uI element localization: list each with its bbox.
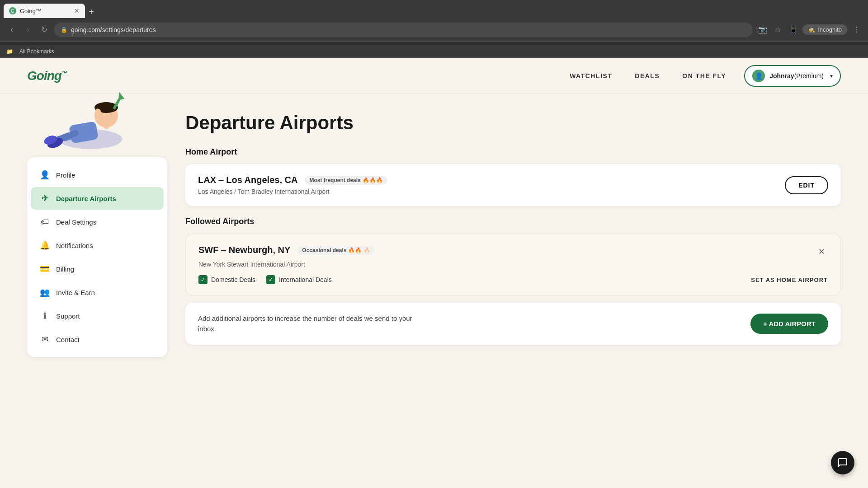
remove-followed-airport-button[interactable]: ✕ — [815, 245, 828, 258]
tab-close-button[interactable]: ✕ — [74, 7, 80, 14]
followed-airport-subtitle: New York Stewart International Airport — [198, 261, 828, 268]
followed-airport-main: SWF – Newburgh, NY Occasional deals 🔥🔥 🔥 — [198, 245, 375, 255]
reload-button[interactable]: ↻ — [38, 23, 51, 36]
sidebar-label-departure-airports: Departure Airports — [56, 195, 116, 202]
sidebar-item-departure-airports[interactable]: ✈ Departure Airports — [31, 187, 164, 210]
deal-settings-icon: 🏷 — [40, 217, 50, 227]
international-deals-checkbox[interactable]: ✓ International Deals — [266, 275, 332, 284]
sidebar-label-billing: Billing — [56, 265, 74, 273]
new-tab-button[interactable]: + — [85, 5, 98, 18]
sidebar-label-invite-earn: Invite & Earn — [56, 289, 95, 296]
sidebar-item-invite-earn[interactable]: 👥 Invite & Earn — [31, 281, 164, 304]
followed-card-header: SWF – Newburgh, NY Occasional deals 🔥🔥 🔥… — [198, 245, 828, 258]
international-checkbox-checked-icon: ✓ — [266, 275, 275, 284]
address-bar[interactable]: 🔒 going.com/settings/departures — [54, 23, 753, 37]
add-airport-description: Add additional airports to increase the … — [198, 314, 424, 334]
nav-watchlist[interactable]: WATCHLIST — [570, 72, 612, 80]
security-lock-icon: 🔒 — [61, 27, 67, 33]
add-airport-section: Add additional airports to increase the … — [185, 303, 841, 345]
fire-emoji: 🔥🔥🔥 — [363, 177, 383, 183]
nav-on-the-fly[interactable]: ON THE FLY — [682, 72, 726, 80]
edit-home-airport-button[interactable]: EDIT — [785, 176, 828, 194]
followed-fire-emoji: 🔥🔥 — [348, 247, 362, 253]
sidebar: 👤 Profile ✈ Departure Airports 🏷 Deal Se… — [27, 103, 167, 357]
billing-icon: 💳 — [40, 264, 50, 274]
sidebar-item-billing[interactable]: 💳 Billing — [31, 258, 164, 280]
chevron-down-icon: ▾ — [830, 73, 833, 79]
user-menu-button[interactable]: 👤 Johnray(Premium) ▾ — [744, 65, 841, 87]
forward-button[interactable]: › — [22, 23, 34, 36]
followed-airport-name: SWF – Newburgh, NY — [198, 245, 290, 255]
domestic-deals-label: Domestic Deals — [211, 276, 255, 283]
sidebar-menu: 👤 Profile ✈ Departure Airports 🏷 Deal Se… — [27, 157, 167, 357]
bookmarks-folder-icon: 📁 — [6, 48, 13, 55]
main-content: 👤 Profile ✈ Departure Airports 🏷 Deal Se… — [0, 103, 868, 357]
bookmark-icon[interactable]: ☆ — [772, 23, 784, 36]
url-text: going.com/settings/departures — [71, 26, 156, 33]
notifications-icon: 🔔 — [40, 240, 50, 250]
page-content: Departure Airports Home Airport LAX – Lo… — [185, 103, 841, 357]
back-button[interactable]: ‹ — [5, 23, 18, 36]
nav-links: WATCHLIST DEALS ON THE FLY — [570, 72, 726, 80]
user-name-label: Johnray(Premium) — [769, 72, 824, 80]
incognito-label: Incognito — [818, 26, 842, 33]
sidebar-item-support[interactable]: ℹ Support — [31, 305, 164, 327]
avatar: 👤 — [752, 70, 765, 82]
sidebar-item-notifications[interactable]: 🔔 Notifications — [31, 234, 164, 257]
chat-support-button[interactable] — [831, 451, 854, 474]
sidebar-label-profile: Profile — [56, 171, 75, 179]
incognito-indicator: 🕵 Incognito — [802, 24, 847, 35]
followed-card-actions: ✓ Domestic Deals ✓ International Deals S… — [198, 275, 828, 284]
tab-favicon: G — [9, 7, 16, 14]
sidebar-label-notifications: Notifications — [56, 242, 93, 249]
deal-checkboxes: ✓ Domestic Deals ✓ International Deals — [198, 275, 332, 284]
bookmarks-label[interactable]: All Bookmarks — [19, 48, 54, 55]
home-airport-section-title: Home Airport — [185, 147, 841, 157]
nav-deals[interactable]: DEALS — [635, 72, 660, 80]
home-airport-badge: Most frequent deals 🔥🔥🔥 — [305, 176, 387, 185]
home-airport-main: LAX – Los Angeles, CA Most frequent deal… — [198, 175, 387, 185]
sidebar-item-deal-settings[interactable]: 🏷 Deal Settings — [31, 211, 164, 233]
device-icon[interactable]: 📱 — [787, 23, 800, 36]
app-container: Going™ WATCHLIST DEALS ON THE FLY 👤 John… — [0, 58, 868, 488]
sidebar-item-profile[interactable]: 👤 Profile — [31, 164, 164, 186]
followed-airport-badge: Occasional deals 🔥🔥 🔥 — [297, 246, 375, 255]
domestic-deals-checkbox[interactable]: ✓ Domestic Deals — [198, 275, 255, 284]
sidebar-label-contact: Contact — [56, 336, 80, 343]
home-airport-subtitle: Los Angeles / Tom Bradley International … — [198, 188, 387, 195]
tab-title: Going™ — [20, 8, 42, 14]
sidebar-label-support: Support — [56, 312, 80, 320]
set-as-home-airport-button[interactable]: SET AS HOME AIRPORT — [751, 277, 828, 283]
invite-earn-icon: 👥 — [40, 287, 50, 297]
page-title: Departure Airports — [185, 112, 841, 134]
sidebar-item-contact[interactable]: ✉ Contact — [31, 328, 164, 351]
support-icon: ℹ — [40, 311, 50, 321]
contact-icon: ✉ — [40, 334, 50, 344]
sidebar-illustration — [32, 67, 140, 157]
profile-icon: 👤 — [40, 170, 50, 180]
home-airport-info: LAX – Los Angeles, CA Most frequent deal… — [198, 175, 387, 195]
home-airport-card: LAX – Los Angeles, CA Most frequent deal… — [185, 164, 841, 206]
domestic-checkbox-checked-icon: ✓ — [198, 275, 208, 284]
departure-airports-icon: ✈ — [40, 193, 50, 203]
menu-icon[interactable]: ⋮ — [850, 23, 863, 36]
followed-airport-card: SWF – Newburgh, NY Occasional deals 🔥🔥 🔥… — [185, 234, 841, 296]
international-deals-label: International Deals — [279, 276, 332, 283]
followed-airports-section-title: Followed Airports — [185, 217, 841, 226]
home-airport-name: LAX – Los Angeles, CA — [198, 175, 297, 185]
incognito-icon: 🕵 — [808, 26, 815, 33]
active-tab[interactable]: G Going™ ✕ — [4, 4, 85, 18]
camera-off-icon[interactable]: 📷 — [756, 23, 769, 36]
sidebar-label-deal-settings: Deal Settings — [56, 218, 96, 226]
add-airport-button[interactable]: + ADD AIRPORT — [750, 314, 828, 334]
